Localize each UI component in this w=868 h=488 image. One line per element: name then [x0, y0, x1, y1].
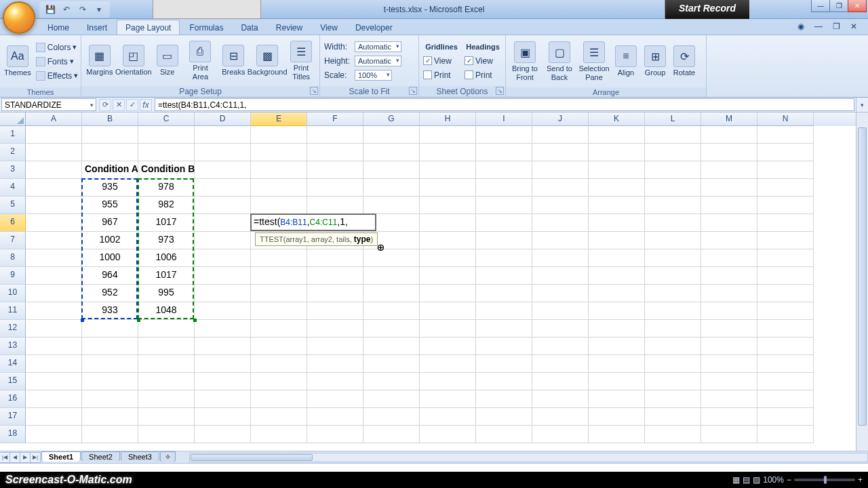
cell[interactable] [363, 197, 420, 214]
cell[interactable] [701, 161, 757, 179]
cell[interactable] [251, 408, 307, 426]
cell[interactable] [589, 426, 645, 443]
cell[interactable] [363, 320, 420, 338]
cell[interactable] [26, 302, 82, 320]
cell[interactable] [26, 179, 82, 197]
cell[interactable] [307, 197, 363, 214]
col-header-K[interactable]: K [589, 113, 645, 126]
row-header-3[interactable]: 3 [0, 161, 26, 179]
sheet-tab-3[interactable]: Sheet3 [121, 451, 159, 462]
cell[interactable] [26, 232, 82, 249]
cell[interactable] [26, 338, 82, 355]
cell[interactable] [532, 426, 589, 443]
cell[interactable] [532, 126, 589, 144]
cell[interactable] [420, 126, 476, 144]
cell[interactable] [82, 144, 138, 161]
cell[interactable] [701, 144, 757, 161]
cell[interactable] [589, 197, 645, 214]
cell-B3[interactable]: Condition A [82, 161, 138, 179]
cell[interactable] [420, 302, 476, 320]
cell[interactable] [589, 267, 645, 285]
cell[interactable] [363, 355, 420, 373]
cell[interactable] [645, 426, 701, 443]
gridlines-print-checkbox[interactable] [423, 70, 432, 79]
cell-B7[interactable]: 1002 [82, 232, 138, 249]
cell[interactable] [420, 232, 476, 249]
cell[interactable] [532, 197, 589, 214]
cell[interactable] [363, 144, 420, 161]
cell[interactable] [251, 320, 307, 338]
cell[interactable] [645, 232, 701, 249]
cell[interactable] [26, 285, 82, 302]
cell[interactable] [589, 320, 645, 338]
cell[interactable] [363, 161, 420, 179]
cell[interactable] [757, 249, 814, 267]
col-header-N[interactable]: N [757, 113, 814, 126]
cell[interactable] [26, 390, 82, 408]
cell[interactable] [138, 408, 195, 426]
cell[interactable] [589, 161, 645, 179]
cell[interactable] [476, 390, 532, 408]
vertical-scrollbar[interactable] [856, 113, 868, 451]
cell[interactable] [757, 408, 814, 426]
cell[interactable] [195, 302, 251, 320]
cell[interactable] [476, 197, 532, 214]
cell[interactable] [701, 373, 757, 390]
tab-view[interactable]: View [312, 20, 346, 35]
cell[interactable] [532, 144, 589, 161]
cell[interactable] [757, 373, 814, 390]
cell[interactable] [195, 320, 251, 338]
background-button[interactable]: ▩Background [251, 39, 283, 83]
cell[interactable] [420, 338, 476, 355]
cell[interactable] [251, 161, 307, 179]
sheet-nav-first[interactable]: |◀ [0, 452, 10, 463]
cell[interactable] [420, 214, 476, 232]
cell[interactable] [645, 197, 701, 214]
cell[interactable] [307, 390, 363, 408]
save-button[interactable]: 💾 [43, 3, 57, 16]
cell[interactable] [532, 285, 589, 302]
cell[interactable] [645, 285, 701, 302]
ribbon-close-icon[interactable]: ✕ [848, 20, 860, 33]
undo-button[interactable]: ↶ [60, 3, 73, 16]
tab-developer[interactable]: Developer [347, 20, 401, 35]
cell-B6[interactable]: 967 [82, 214, 138, 232]
cell[interactable] [420, 285, 476, 302]
cell[interactable] [307, 302, 363, 320]
row-header-8[interactable]: 8 [0, 249, 26, 267]
cell[interactable] [195, 232, 251, 249]
cell[interactable] [645, 144, 701, 161]
cell[interactable] [420, 373, 476, 390]
cell[interactable] [420, 355, 476, 373]
cell[interactable] [476, 285, 532, 302]
formula-expand-button[interactable]: ▾ [856, 98, 868, 112]
scale-launcher[interactable]: ↘ [409, 87, 417, 95]
cell[interactable] [645, 214, 701, 232]
cell[interactable] [82, 426, 138, 443]
cell[interactable] [307, 126, 363, 144]
cell[interactable] [645, 249, 701, 267]
cell[interactable] [82, 355, 138, 373]
cell[interactable] [589, 390, 645, 408]
cell[interactable] [757, 214, 814, 232]
cell[interactable] [476, 320, 532, 338]
row-header-18[interactable]: 18 [0, 426, 26, 443]
cell[interactable] [476, 144, 532, 161]
print-titles-button[interactable]: ☰Print Titles [285, 39, 317, 83]
cell[interactable] [195, 179, 251, 197]
cell[interactable] [757, 161, 814, 179]
print-area-button[interactable]: ⎙Print Area [185, 39, 216, 83]
height-combo[interactable]: Automatic [355, 56, 401, 66]
cell[interactable] [195, 267, 251, 285]
cell[interactable] [589, 232, 645, 249]
cell[interactable] [420, 390, 476, 408]
row-header-14[interactable]: 14 [0, 355, 26, 373]
view-normal-icon[interactable]: ▦ [732, 475, 740, 485]
cell[interactable] [195, 426, 251, 443]
ribbon-restore-icon[interactable]: ❐ [830, 20, 842, 33]
zoom-controls[interactable]: ▦ ▤ ▨ 100% − + [732, 475, 863, 485]
cell[interactable] [195, 214, 251, 232]
cell-C4[interactable]: 978 [138, 179, 195, 197]
cell[interactable] [476, 267, 532, 285]
cell[interactable] [701, 320, 757, 338]
